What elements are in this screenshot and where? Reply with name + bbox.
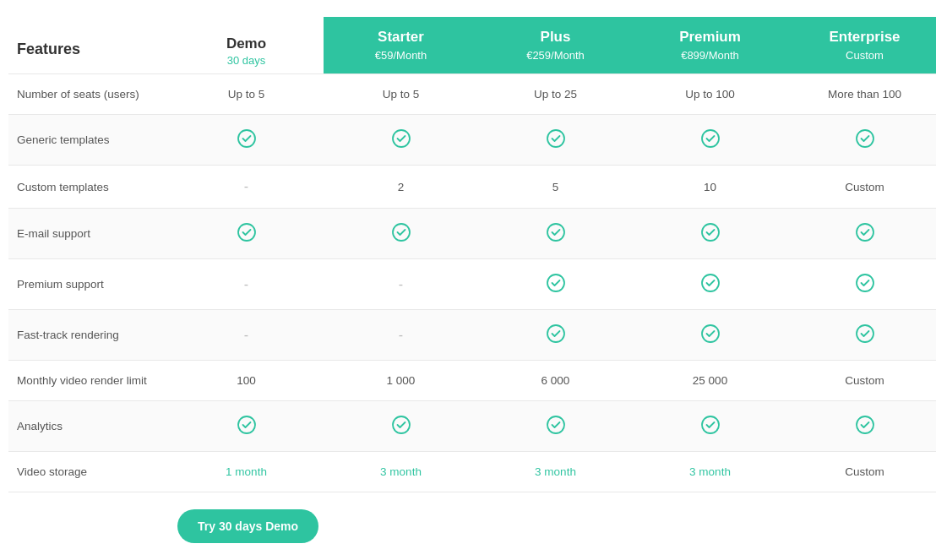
enterprise-plan-name: Enterprise bbox=[796, 29, 933, 46]
feature-value-cell bbox=[478, 115, 633, 166]
check-icon bbox=[546, 128, 566, 149]
feature-value-cell bbox=[787, 259, 936, 310]
table-row: E-mail support bbox=[8, 209, 936, 259]
svg-point-14 bbox=[702, 325, 719, 342]
feature-value-cell bbox=[324, 401, 478, 452]
check-icon bbox=[700, 222, 721, 242]
dash-indicator: - bbox=[399, 277, 403, 291]
demo-footer-cell[interactable]: Try 30 days Demo bbox=[169, 492, 324, 561]
dash-indicator: - bbox=[399, 328, 403, 342]
table-row: Monthly video render limit1001 0006 0002… bbox=[8, 361, 936, 401]
feature-value-cell: 2 bbox=[324, 166, 478, 209]
check-icon bbox=[391, 415, 411, 435]
premium-plan-price: €899/Month bbox=[641, 49, 779, 62]
feature-value-cell: Up to 5 bbox=[324, 74, 478, 115]
svg-point-2 bbox=[547, 130, 564, 147]
feature-value-cell: Custom bbox=[787, 452, 936, 492]
svg-point-5 bbox=[238, 224, 255, 241]
feature-value-cell bbox=[169, 209, 324, 259]
feature-name-cell: Monthly video render limit bbox=[8, 361, 169, 401]
premium-column-header: Premium €899/Month bbox=[633, 17, 787, 74]
feature-value-cell: - bbox=[324, 310, 478, 361]
svg-point-7 bbox=[547, 224, 564, 241]
feature-value-cell: 3 month bbox=[324, 452, 478, 492]
svg-point-15 bbox=[857, 325, 873, 342]
check-icon bbox=[855, 323, 875, 344]
check-icon bbox=[546, 323, 566, 344]
feature-name-cell: Number of seats (users) bbox=[8, 74, 169, 115]
starter-plan-price: €59/Month bbox=[332, 49, 470, 62]
premium-plan-name: Premium bbox=[641, 29, 779, 46]
table-row: Video storage1 month3 month3 month3 mont… bbox=[8, 452, 936, 492]
feature-value-cell: More than 100 bbox=[787, 74, 936, 115]
header-row: Features Demo 30 days Starter €59/Month … bbox=[8, 17, 936, 74]
feature-value-cell: 100 bbox=[169, 361, 324, 401]
check-icon bbox=[855, 128, 875, 149]
starter-plan-name: Starter bbox=[332, 29, 470, 46]
feature-value-cell: 1 month bbox=[169, 452, 324, 492]
check-icon bbox=[237, 222, 257, 242]
feature-value-cell bbox=[633, 209, 787, 259]
check-icon bbox=[237, 415, 257, 435]
feature-name-cell: Analytics bbox=[8, 401, 169, 452]
feature-value-cell: 3 month bbox=[478, 452, 633, 492]
enterprise-footer-cell bbox=[787, 492, 936, 561]
feature-name-cell: Video storage bbox=[8, 452, 169, 492]
feature-name-cell: Fast-track rendering bbox=[8, 310, 169, 361]
check-icon bbox=[700, 273, 721, 293]
svg-point-6 bbox=[393, 224, 410, 241]
feature-value-cell bbox=[633, 259, 787, 310]
svg-point-4 bbox=[857, 130, 873, 147]
feature-value-cell: 3 month bbox=[633, 452, 787, 492]
starter-column-header: Starter €59/Month bbox=[324, 17, 478, 74]
check-icon bbox=[391, 128, 411, 149]
feature-value-cell bbox=[169, 401, 324, 452]
demo-plan-name: Demo bbox=[177, 35, 315, 52]
svg-point-20 bbox=[857, 416, 873, 433]
table-row: Fast-track rendering-- bbox=[8, 310, 936, 361]
try-demo-button[interactable]: Try 30 days Demo bbox=[177, 509, 318, 543]
feature-value-cell: Custom bbox=[787, 361, 936, 401]
table-row: Number of seats (users)Up to 5Up to 5Up … bbox=[8, 74, 936, 115]
dash-indicator: - bbox=[244, 179, 248, 193]
feature-value-cell bbox=[324, 209, 478, 259]
feature-value-cell: 6 000 bbox=[478, 361, 633, 401]
feature-value-cell bbox=[478, 401, 633, 452]
table-row: Analytics bbox=[8, 401, 936, 452]
plus-column-header: Plus €259/Month bbox=[478, 17, 633, 74]
pricing-table: Features Demo 30 days Starter €59/Month … bbox=[0, 0, 936, 560]
plus-footer-cell bbox=[478, 492, 633, 561]
feature-value-cell bbox=[478, 259, 633, 310]
check-icon bbox=[546, 273, 566, 293]
features-label: Features bbox=[17, 41, 80, 57]
feature-value-cell bbox=[787, 310, 936, 361]
svg-point-8 bbox=[702, 224, 719, 241]
teal-value: 3 month bbox=[535, 465, 576, 478]
svg-point-17 bbox=[393, 416, 410, 433]
enterprise-column-header: Enterprise Custom bbox=[787, 17, 936, 74]
plus-plan-price: €259/Month bbox=[487, 49, 624, 62]
check-icon bbox=[855, 415, 875, 435]
feature-value-cell bbox=[324, 115, 478, 166]
feature-value-cell bbox=[169, 115, 324, 166]
feature-value-cell bbox=[478, 209, 633, 259]
teal-value: 1 month bbox=[226, 465, 267, 478]
feature-value-cell bbox=[787, 209, 936, 259]
check-icon bbox=[237, 128, 257, 149]
svg-point-16 bbox=[238, 416, 255, 433]
svg-point-1 bbox=[393, 130, 410, 147]
table-row: Premium support-- bbox=[8, 259, 936, 310]
teal-value: 3 month bbox=[380, 465, 422, 478]
feature-value-cell: Up to 100 bbox=[633, 74, 787, 115]
check-icon bbox=[700, 415, 721, 435]
feature-value-cell: 1 000 bbox=[324, 361, 478, 401]
svg-point-13 bbox=[547, 325, 564, 342]
svg-point-19 bbox=[702, 416, 719, 433]
feature-value-cell bbox=[633, 115, 787, 166]
feature-value-cell bbox=[787, 115, 936, 166]
feature-value-cell: 25 000 bbox=[633, 361, 787, 401]
feature-value-cell: - bbox=[169, 310, 324, 361]
dash-indicator: - bbox=[244, 277, 248, 291]
svg-point-18 bbox=[547, 416, 564, 433]
table-row: Custom templates-2510Custom bbox=[8, 166, 936, 209]
